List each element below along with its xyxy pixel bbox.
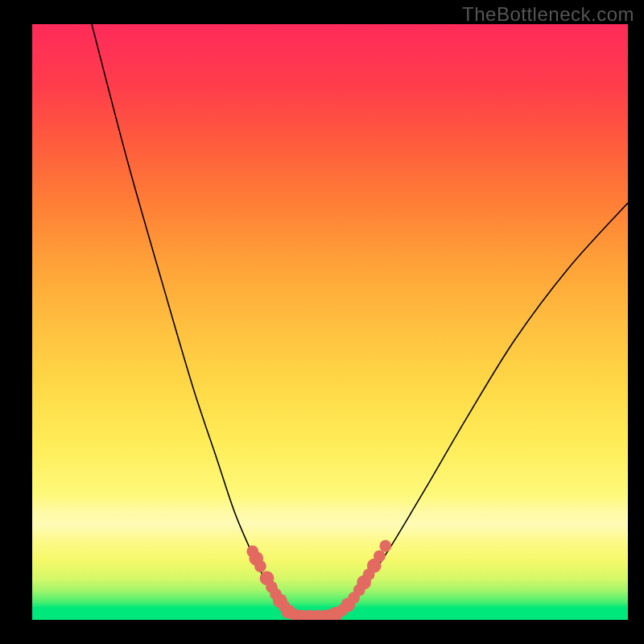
curve-svg xyxy=(32,24,628,620)
data-dot xyxy=(374,550,386,562)
watermark-text: TheBottleneck.com xyxy=(462,3,634,26)
curve-group xyxy=(92,24,628,616)
curve-left-branch xyxy=(92,24,291,616)
dots-group xyxy=(246,540,391,620)
chart-frame: TheBottleneck.com xyxy=(0,0,644,644)
data-dot xyxy=(254,560,266,572)
data-dot xyxy=(379,540,391,552)
plot-area xyxy=(32,24,628,620)
